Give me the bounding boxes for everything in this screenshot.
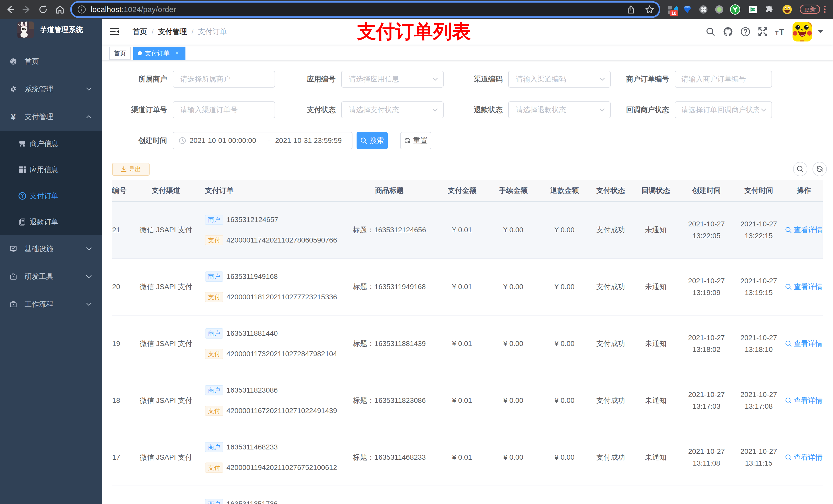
font-size-icon[interactable]: TT [771, 19, 789, 45]
refund-status-select[interactable] [508, 101, 611, 118]
extension-flag-icon[interactable] [749, 0, 757, 19]
sidebar-item-dev-tools[interactable]: 研发工具 [0, 263, 102, 290]
fullscreen-icon[interactable] [754, 19, 771, 45]
chevron-down-icon [86, 275, 92, 279]
pay-status-input[interactable] [342, 102, 443, 118]
date-end-value[interactable]: 2021-10-31 23:59:59 [275, 137, 348, 145]
channel-order-no-field[interactable] [173, 102, 275, 118]
chrome-menu-icon[interactable] [824, 6, 826, 13]
app-input[interactable] [342, 71, 443, 87]
address-bar[interactable]: localhost:1024/pay/order [72, 3, 659, 16]
merchant-order-no-input[interactable] [675, 71, 772, 88]
sidebar-item-refund-order[interactable]: 退款订单 [0, 209, 102, 235]
tag-home[interactable]: 首页 [109, 47, 130, 60]
tag-pay-order[interactable]: 支付订单 × [133, 47, 186, 60]
th-refund: 退款金额 [539, 180, 590, 201]
extensions-puzzle-icon[interactable] [765, 0, 774, 19]
site-info-icon[interactable] [77, 5, 86, 14]
cell-channel [129, 486, 203, 504]
callback-status-select[interactable] [675, 101, 772, 118]
sidebar-item-pay-order[interactable]: 支付订单 [0, 183, 102, 209]
merchant-order-no-field[interactable] [675, 71, 771, 87]
channel-code-input[interactable] [509, 71, 610, 87]
sidebar-item-home[interactable]: 首页 [0, 48, 102, 75]
th-created: 创建时间 [680, 180, 733, 201]
merchant-select[interactable] [173, 71, 275, 88]
filter-row-3: 创建时间 2021-10-01 00:00:00 - 2021-10-31 23… [112, 132, 823, 149]
channel-code-select[interactable] [508, 71, 611, 88]
view-detail-link[interactable]: 查看详情 [785, 339, 823, 349]
view-detail-link[interactable]: 查看详情 [785, 396, 823, 405]
back-button[interactable] [4, 0, 17, 19]
breadcrumb-pay[interactable]: 支付管理 [158, 27, 187, 37]
view-detail-label: 查看详情 [794, 282, 823, 292]
reload-button[interactable] [37, 0, 50, 19]
cell-id [112, 486, 129, 504]
merchant-input[interactable] [173, 71, 275, 87]
refund-status-input[interactable] [509, 102, 610, 118]
orders-table: 编号 支付渠道 支付订单 商品标题 支付金额 手续金额 退款金额 支付状态 回调… [112, 180, 823, 504]
table-row: 商户1635311351736 支付 [112, 486, 823, 504]
cell-id: 17 [112, 429, 129, 485]
clock-icon [179, 137, 186, 144]
share-icon[interactable] [626, 5, 635, 14]
view-detail-link[interactable]: 查看详情 [785, 453, 823, 462]
bookmark-star-icon[interactable] [645, 5, 654, 14]
sidebar-item-merchant-info[interactable]: 商户信息 [0, 130, 102, 157]
view-detail-link[interactable]: 查看详情 [785, 282, 823, 292]
header-search-icon[interactable] [702, 19, 719, 45]
cell-paid: 2021-10-2713:17:08 [733, 373, 785, 429]
sidebar-item-workflow[interactable]: 工作流程 [0, 290, 102, 318]
page-title-annotation: 支付订单列表 [357, 19, 471, 45]
extension-badge: 10 [670, 10, 678, 16]
sidebar-item-infra[interactable]: 基础设施 [0, 235, 102, 263]
user-menu[interactable] [792, 22, 823, 42]
profile-avatar-emoji[interactable] [782, 0, 792, 19]
payment-order-no: 4200001181202110277723215336 [227, 293, 337, 301]
table-row: 20 微信 JSAPI 支付 商户1635311949168 支付4200001… [112, 259, 823, 315]
paid-datetime: 2021-10-2713:19:15 [740, 275, 777, 298]
app-select[interactable] [341, 71, 444, 88]
extension-record-icon[interactable] [715, 0, 723, 19]
date-range-picker[interactable]: 2021-10-01 00:00:00 - 2021-10-31 23:59:5… [173, 132, 353, 149]
cell-refund [539, 486, 590, 504]
pay-status-select[interactable] [341, 101, 444, 118]
view-detail-link[interactable]: 查看详情 [785, 225, 823, 235]
sidebar-toggle-icon[interactable] [102, 19, 127, 45]
tags-view: 首页 支付订单 × [102, 45, 833, 61]
th-notify: 回调状态 [631, 180, 680, 201]
github-icon[interactable] [719, 19, 737, 45]
toggle-search-button[interactable] [793, 162, 807, 176]
callback-status-input[interactable] [675, 102, 771, 118]
created-datetime: 2021-10-2713:11:08 [688, 446, 724, 469]
breadcrumb-home[interactable]: 首页 [133, 27, 147, 37]
channel-order-no-input[interactable] [173, 101, 275, 118]
search-button[interactable]: 搜索 [357, 132, 388, 149]
table-header: 编号 支付渠道 支付订单 商品标题 支付金额 手续金额 退款金额 支付状态 回调… [112, 180, 823, 202]
sidebar-logo[interactable]: 芋道管理系统 [0, 19, 102, 48]
home-button[interactable] [53, 0, 67, 19]
view-detail-label: 查看详情 [794, 396, 823, 405]
browser-window: localhost:1024/pay/order 10 [0, 0, 833, 504]
cell-notify [631, 486, 680, 504]
chrome-update-button[interactable]: 更新 [800, 5, 820, 14]
tag-close-icon[interactable]: × [174, 50, 181, 57]
refresh-button[interactable] [812, 162, 827, 176]
filter-row-1: 所属商户 应用编号 渠道编码 商户订单编号 [112, 71, 823, 88]
navbar: 首页 / 支付管理 / 支付订单 支付订单列表 [102, 19, 833, 45]
sidebar-item-app-info[interactable]: 应用信息 [0, 157, 102, 183]
sidebar-item-pay[interactable]: ¥ 支付管理 [0, 103, 102, 130]
forward-button[interactable] [20, 0, 33, 19]
chevron-up-icon [86, 115, 92, 119]
reset-button[interactable]: 重置 [400, 132, 431, 149]
cell-status: 支付成功 [590, 315, 631, 372]
cell-channel: 微信 JSAPI 支付 [129, 315, 203, 372]
help-icon[interactable] [737, 19, 754, 45]
extension-gem-icon[interactable] [684, 0, 691, 19]
extension-command-icon[interactable] [699, 0, 708, 19]
cell-refund: ¥ 0.00 [539, 259, 590, 315]
extension-y-icon[interactable] [730, 0, 740, 19]
sidebar-item-system[interactable]: 系统管理 [0, 75, 102, 103]
date-start-value[interactable]: 2021-10-01 00:00:00 [190, 137, 263, 145]
export-button[interactable]: 导出 [112, 163, 149, 176]
